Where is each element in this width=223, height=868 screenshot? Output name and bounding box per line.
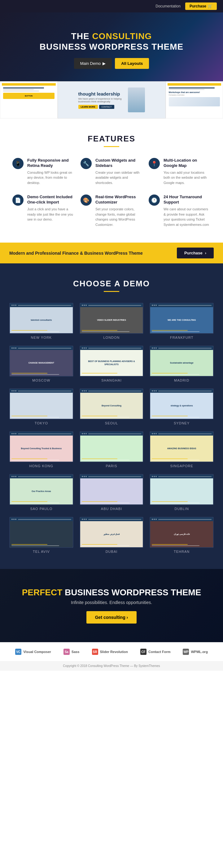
footer-logos: VC Visual Composer Sa Sass SR Slider Rev…: [0, 642, 223, 661]
feature-item: 📱 Fully Responsive and Retina Ready Cons…: [12, 158, 74, 185]
all-layouts-button[interactable]: All Layouts: [115, 58, 149, 69]
feature-icon: 🕐: [149, 194, 160, 206]
demo-label: LONDON: [80, 336, 144, 339]
demo-item[interactable]: BEST OF BUSINESS PLANNING ADVISERS & SPE…: [80, 346, 144, 382]
thought-leadership-text: thought leadership: [78, 91, 125, 96]
demo-thumbnail: [9, 517, 73, 548]
purchase-label: Purchase: [190, 4, 206, 8]
demo-item[interactable]: DUBLIN: [150, 474, 214, 510]
logo-name: Sass: [72, 650, 80, 654]
feature-item: 📍 Multi-Location on Google Map You can a…: [149, 158, 211, 185]
demo-item[interactable]: فندق فرض منظور DUBAI: [80, 517, 144, 553]
demo-thumbnail: Beyond Consulting: [80, 389, 144, 420]
demo-label: HONG KONG: [9, 464, 73, 468]
demo-thumbnail: Beyond Consulting Trusted & Business: [9, 431, 73, 462]
hero-title: THE CONSULTING BUSINESS WORDPRESS THEME: [6, 31, 217, 52]
logo-icon: CF: [140, 649, 147, 655]
demo-item[interactable]: Sustainable advantage MADRID: [150, 346, 214, 382]
bottom-cta-subtitle: Infinite possibilities. Endless opportun…: [9, 600, 214, 605]
cta-banner-btn-label: Purchase: [184, 251, 202, 255]
feature-desc: Set your corporate colors, change fonts,…: [96, 207, 143, 227]
logo-name: Visual Composer: [23, 650, 51, 654]
bottom-cta-content: PERFECT BUSINESS WORDPRESS THEME Infinit…: [9, 588, 214, 624]
copyright: Copyright © 2018 Consulting WordPress Th…: [63, 664, 129, 668]
demo-label: FRANKFURT: [150, 336, 214, 339]
footer-logo: Sa Sass: [64, 649, 80, 655]
demo-item[interactable]: talented consultants NEW YORK: [9, 303, 73, 339]
demo-label: PARIS: [80, 464, 144, 468]
demo-label: TOKYO: [9, 421, 73, 425]
features-title: FEATURES: [12, 134, 211, 144]
top-bar: Documentation Purchase 🛒: [0, 0, 223, 12]
demos-underline: [104, 291, 119, 292]
feature-text: 24 Hour Turnaround Support We care about…: [163, 194, 211, 227]
demo-label: SAO PAULO: [9, 507, 73, 510]
demo-label: MOSCOW: [9, 378, 73, 382]
feature-title: Multi-Location on Google Map: [163, 158, 211, 168]
demo-thumbnail: VIDEO SLIDER INDUSTRIES: [80, 303, 144, 334]
logo-icon: SR: [92, 649, 98, 655]
feature-icon: 📄: [12, 194, 24, 206]
preview-right-label: Workshops that are awesome!: [169, 91, 220, 93]
demo-item[interactable]: خانه فارسی تهران TEHRAN: [150, 517, 214, 553]
demo-thumbnail: CHANGE MANAGEMENT: [9, 346, 73, 377]
feature-text: Fully Responsive and Retina Ready Consul…: [27, 158, 74, 185]
preview-strip: BUTTON thought leadership We have years …: [0, 81, 223, 119]
demo-item[interactable]: VIDEO SLIDER INDUSTRIES LONDON: [80, 303, 144, 339]
demos-grid: talented consultants NEW YORK: [9, 303, 214, 553]
docs-link[interactable]: Documentation: [155, 4, 181, 8]
demo-item[interactable]: CHANGE MANAGEMENT MOSCOW: [9, 346, 73, 382]
hero-buttons: Main Demo ▶ All Layouts: [6, 58, 217, 69]
demo-item[interactable]: Beyond Consulting SEOUL: [80, 389, 144, 425]
feature-text: Multi-Location on Google Map You can add…: [163, 158, 211, 185]
bottom-cta-section: PERFECT BUSINESS WORDPRESS THEME Infinit…: [0, 569, 223, 642]
demo-thumbnail: talented consultants: [9, 303, 73, 334]
footer-bottom: Copyright © 2018 Consulting WordPress Th…: [0, 661, 223, 671]
feature-desc: Create your own sidebar with available w…: [96, 170, 143, 186]
demo-thumbnail: Sustainable advantage: [150, 346, 214, 377]
play-icon: ▶: [103, 61, 106, 66]
feature-item: 🕐 24 Hour Turnaround Support We care abo…: [149, 194, 211, 227]
purchase-button[interactable]: Purchase 🛒: [185, 2, 217, 10]
demo-item[interactable]: ABU DHABI: [80, 474, 144, 510]
demos-title: CHOOSE A DEMO: [9, 279, 214, 288]
logo-icon: VC: [15, 649, 22, 655]
cta-banner-btn-icon: ›: [205, 251, 206, 255]
feature-title: Custom Widgets and Sidebars: [96, 158, 143, 168]
cta-banner-button[interactable]: Purchase ›: [177, 248, 214, 258]
feature-title: Demo Content Included One-click Import: [27, 194, 74, 205]
logo-name: WPML.org: [191, 650, 208, 654]
footer-by: By SystemThemes: [134, 664, 160, 668]
demo-label: NEW YORK: [9, 336, 73, 339]
demo-item[interactable]: Our Practice Areas SAO PAULO: [9, 474, 73, 510]
demo-item[interactable]: TEL AVIV: [9, 517, 73, 553]
main-demo-button[interactable]: Main Demo ▶: [74, 58, 112, 69]
demo-item[interactable]: Beyond Consulting Trusted & Business HON…: [9, 431, 73, 468]
demo-item[interactable]: TOKYO: [9, 389, 73, 425]
feature-desc: We care about our customers & provide fr…: [163, 207, 211, 227]
features-section: FEATURES 📱 Fully Responsive and Retina R…: [0, 119, 223, 243]
feature-text: Demo Content Included One-click Import J…: [27, 194, 74, 227]
demo-thumbnail: [150, 474, 214, 505]
demo-label: ABU DHABI: [80, 507, 144, 510]
demo-item[interactable]: PARIS: [80, 431, 144, 468]
demo-item[interactable]: strategy & operations SYDNEY: [150, 389, 214, 425]
features-underline: [104, 146, 119, 147]
main-demo-label: Main Demo: [80, 61, 101, 66]
feature-desc: Consulting WP looks great on any device,…: [27, 170, 74, 186]
feature-icon: 🎨: [80, 194, 92, 206]
demo-thumbnail: [80, 474, 144, 505]
feature-desc: You can add your locations both on the w…: [163, 170, 211, 186]
demo-thumbnail: AMAZING BUSINESS IDEAS: [150, 431, 214, 462]
features-grid: 📱 Fully Responsive and Retina Ready Cons…: [12, 158, 211, 227]
demo-item[interactable]: WE ARE THE CONSULTING FRANKFURT: [150, 303, 214, 339]
demo-item[interactable]: AMAZING BUSINESS IDEAS SINGAPORE: [150, 431, 214, 468]
demo-label: TEHRAN: [150, 550, 214, 553]
demo-label: TEL AVIV: [9, 550, 73, 553]
footer-logo: SR Slider Revolution: [92, 649, 128, 655]
demo-thumbnail: BEST OF BUSINESS PLANNING ADVISERS & SPE…: [80, 346, 144, 377]
get-consulting-button[interactable]: Get consulting ›: [86, 611, 137, 624]
demo-thumbnail: [9, 389, 73, 420]
preview-center: thought leadership We have years of expe…: [58, 81, 166, 119]
demo-label: DUBAI: [80, 550, 144, 553]
